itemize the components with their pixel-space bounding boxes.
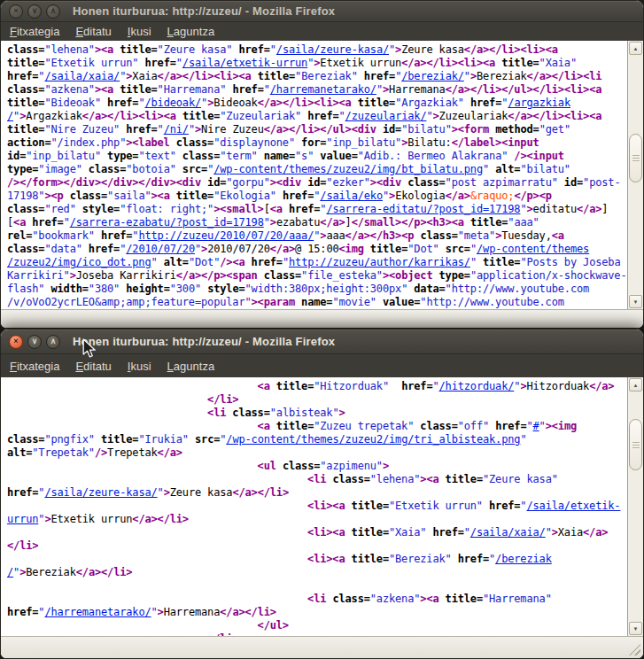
source-link[interactable]: /saila/xaia/ — [44, 70, 120, 82]
menu-laguntza[interactable]: Laguntza — [159, 23, 223, 40]
maximize-button[interactable]: ∧ — [46, 335, 60, 349]
source-link[interactable]: /saila/zeure-kasa/ — [276, 43, 389, 56]
titlebar[interactable]: × ∨ ∧ Honen iturburua: http://zuzeu/ - M… — [1, 1, 643, 22]
source-link[interactable]: /harremanetarako/ — [44, 606, 151, 618]
source-token: "Trepetak" — [32, 446, 95, 459]
source-token — [252, 70, 258, 82]
source-line: /zuzeu2/img/ico_dot.png" alt="Dot"/><a h… — [7, 256, 627, 269]
scroll-up-button[interactable]: ▲ — [629, 378, 642, 392]
source-link[interactable]: # — [533, 420, 539, 432]
source-link[interactable]: /saila/zeure-kasa/ — [44, 486, 157, 499]
source-token: Nire Zuzeu — [201, 123, 264, 136]
source-link[interactable]: /saila/etxetik- — [526, 500, 620, 512]
source-token: width= — [50, 283, 88, 295]
close-button[interactable]: × — [9, 4, 23, 19]
source-token: class= — [407, 176, 445, 189]
maximize-button[interactable]: ∧ — [46, 4, 60, 19]
source-token: href= — [32, 216, 63, 229]
source-link[interactable]: http://zuzeu/2010/07/20/aaa/ — [138, 229, 314, 242]
source-link[interactable]: /hitzorduak/ — [439, 380, 515, 392]
scrollbar-vertical[interactable]: ▲ ▼ — [627, 41, 643, 309]
menu-ikusi[interactable]: Ikusi — [120, 358, 159, 375]
source-token: </a></li><li><a — [258, 97, 352, 109]
source-view[interactable]: class="lehena"><a title="Zeure kasa" hre… — [1, 41, 627, 309]
source-link[interactable]: /saila/etxetik-urrun — [182, 57, 307, 69]
menu-ikusi[interactable]: Ikusi — [120, 23, 159, 40]
source-link[interactable]: /sarrera-editatu/?post_id=17198 — [326, 203, 520, 215]
source-token: " — [158, 486, 164, 499]
source-token: title= — [182, 110, 220, 122]
menu-bar: FitxategiaEditatuIkusiLaguntza — [1, 354, 643, 377]
source-line: href="/saila/zeure-kasa/">Zeure kasa</a>… — [7, 486, 627, 500]
scroll-up-button[interactable]: ▲ — [629, 42, 642, 55]
titlebar[interactable]: × ∨ ∧ Honen iturburua: http://zuzeu/ - M… — [1, 330, 643, 354]
content-area: <a title="Hitzorduak" href="/hitzorduak/… — [1, 377, 643, 636]
source-token: </label><input — [452, 136, 539, 149]
source-view[interactable]: <a title="Hitzorduak" href="/hitzorduak/… — [1, 377, 627, 636]
source-token — [452, 553, 458, 565]
source-token: "Nire Zuzeu" — [44, 123, 120, 136]
close-button[interactable]: × — [9, 335, 23, 349]
source-token: "Bereziak" — [295, 70, 358, 82]
source-token: " — [376, 83, 383, 96]
menu-fitxategia[interactable]: Fitxategia — [2, 358, 67, 375]
source-link[interactable]: /2010/07/20 — [126, 243, 195, 255]
source-link[interactable]: /harremanetarako/ — [270, 83, 376, 96]
source-token: for= — [301, 136, 326, 149]
resize-grip[interactable] — [629, 644, 640, 655]
firefox-view-source-window-back[interactable]: × ∨ ∧ Honen iturburua: http://zuzeu/ - M… — [0, 0, 644, 329]
minimize-button[interactable]: ∨ — [27, 4, 42, 19]
source-token: "ezker" — [326, 176, 369, 189]
source-link[interactable]: /wp-content/themes/zuzeu2/img/bt_bilatu.… — [213, 163, 483, 175]
source-token: [ — [264, 203, 270, 215]
source-token: </a> — [589, 380, 614, 392]
source-link[interactable]: /zuzeu2/img/ico_dot.png — [7, 256, 151, 268]
firefox-view-source-window-front[interactable]: × ∨ ∧ Honen iturburua: http://zuzeu/ - M… — [0, 329, 644, 659]
source-link[interactable]: /ni/ — [164, 123, 189, 136]
scroll-down-button[interactable]: ▼ — [629, 295, 642, 308]
source-token: " — [176, 57, 182, 69]
source-link[interactable]: /sarrera-ezabatu/?post_id=17198 — [70, 216, 264, 229]
source-token: </small></p><h3><a — [352, 216, 464, 229]
source-link[interactable]: /bereziak — [495, 553, 552, 565]
source-link[interactable]: urrun — [7, 513, 38, 525]
scrollbar-thumb[interactable] — [629, 419, 642, 470]
source-token: " — [151, 256, 158, 268]
minimize-button[interactable]: ∨ — [27, 335, 42, 349]
source-token: ><param — [252, 296, 295, 308]
source-token: title= — [101, 433, 138, 446]
scroll-down-button[interactable]: ▼ — [629, 622, 642, 635]
source-token: > — [433, 110, 439, 122]
scrollbar-vertical[interactable]: ▲ ▼ — [627, 377, 643, 636]
source-token: " — [264, 216, 270, 229]
source-token: ><a — [420, 593, 438, 605]
source-token: title= — [446, 473, 483, 485]
source-token: value= — [320, 150, 357, 162]
scrollbar-thumb[interactable] — [629, 134, 642, 182]
menu-fitxategia[interactable]: Fitxategia — [2, 23, 67, 40]
source-link[interactable]: /zuzeulariak/ — [345, 110, 427, 122]
source-token: class= — [332, 473, 369, 485]
source-token: "saila" — [107, 190, 151, 202]
source-line: class="data" href="/2010/07/20">2010/07/… — [7, 243, 627, 256]
source-token: " — [539, 420, 546, 432]
menu-editatu[interactable]: Editatu — [67, 23, 119, 40]
source-link[interactable]: /argazkiak — [508, 97, 570, 109]
source-link[interactable]: /bereziak/ — [401, 70, 464, 82]
source-token: /v/oVoO2ycrLEO&amp;amp;feature=popular" — [7, 296, 252, 308]
source-link[interactable]: /saila/xaia/ — [470, 526, 546, 539]
source-link[interactable]: /wp-content/themes/zuzeu2/img/tri_albist… — [226, 433, 520, 446]
source-token: ><form — [452, 123, 489, 136]
source-link[interactable]: /bideoak/ — [144, 97, 201, 109]
source-token: ><img — [546, 420, 577, 432]
source-link[interactable]: /saila/eko — [320, 190, 383, 202]
menu-editatu[interactable]: Editatu — [67, 358, 119, 375]
source-link[interactable]: http://zuzeu/author/karrikas/ — [289, 256, 470, 268]
source-token: "file_esteka" — [301, 269, 383, 282]
source-token: editatu — [533, 203, 577, 215]
menu-laguntza[interactable]: Laguntza — [159, 358, 223, 375]
source-token: ><small> — [213, 203, 264, 215]
source-line: id="inp_bilatu" type="text" class="term"… — [7, 150, 627, 163]
source-token: ><a — [420, 473, 438, 485]
source-link[interactable]: /wp-content/themes — [477, 243, 589, 255]
